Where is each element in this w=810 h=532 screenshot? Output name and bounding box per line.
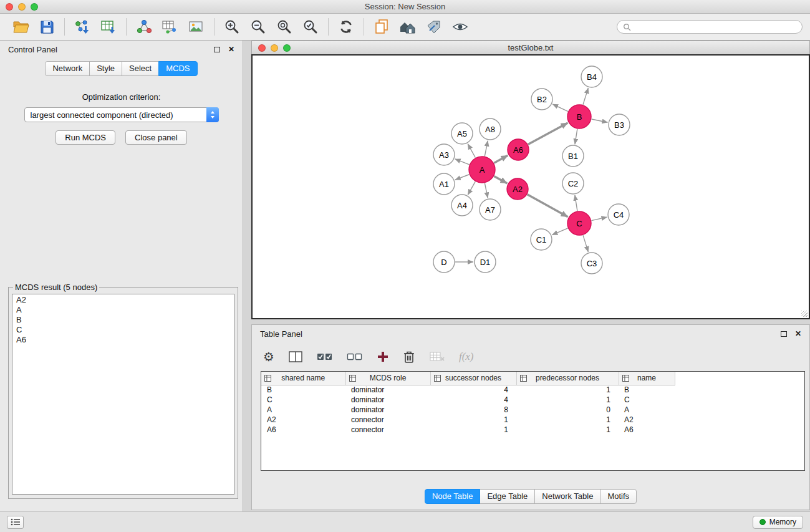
graph-node-A4[interactable]: A4 xyxy=(451,195,473,216)
control-tab-select[interactable]: Select xyxy=(122,61,159,76)
network-button[interactable] xyxy=(131,16,157,38)
mcds-result-item[interactable]: A2 xyxy=(12,295,234,305)
graph-edge-A2-C[interactable] xyxy=(528,195,568,217)
close-view-button[interactable] xyxy=(258,44,266,52)
zoom-fit-button[interactable] xyxy=(271,16,297,38)
graph-node-C3[interactable]: C3 xyxy=(581,253,602,274)
optimization-criterion-select[interactable]: largest connected component (directed) xyxy=(24,107,219,122)
zoom-view-button[interactable] xyxy=(283,44,291,52)
float-table-panel-button[interactable] xyxy=(781,331,787,337)
graph-node-C4[interactable]: C4 xyxy=(608,204,629,225)
close-table-panel-icon[interactable]: ✕ xyxy=(795,330,801,337)
graph-node-A1[interactable]: A1 xyxy=(433,173,455,195)
graph-edge-A-A5[interactable] xyxy=(468,144,475,158)
mcds-result-list[interactable]: A2ABCA6 xyxy=(12,294,234,495)
graph-node-C2[interactable]: C2 xyxy=(562,173,584,194)
column-header-name[interactable]: name xyxy=(619,372,675,385)
mcds-result-item[interactable]: C xyxy=(12,325,234,335)
table-row[interactable]: A2connector11A2 xyxy=(261,415,804,425)
graph-edge-A-A2[interactable] xyxy=(494,177,507,183)
graph-node-D[interactable]: D xyxy=(433,251,455,273)
table-row[interactable]: Cdominator41C xyxy=(261,395,804,405)
mcds-result-item[interactable]: B xyxy=(12,315,234,325)
graph-node-C[interactable]: C xyxy=(567,211,591,235)
table-row[interactable]: A6connector11A6 xyxy=(261,425,804,435)
delete-row-button[interactable] xyxy=(403,350,415,364)
table-tab-motifs[interactable]: Motifs xyxy=(600,489,637,504)
copy-button[interactable] xyxy=(369,16,395,38)
graph-node-D1[interactable]: D1 xyxy=(475,251,496,273)
table-tab-network-table[interactable]: Network Table xyxy=(534,489,600,504)
zoom-out-button[interactable] xyxy=(245,16,271,38)
network-table-button[interactable] xyxy=(157,16,183,38)
select-all-button[interactable] xyxy=(317,351,333,362)
table-row[interactable]: Adominator80A xyxy=(261,405,804,415)
graph-edge-C-C3[interactable] xyxy=(583,235,588,252)
network-canvas-svg[interactable]: B4B2BB3A5A8A6A3B1AC2A1A2A4A7C4CC1C3DD1 xyxy=(253,56,809,318)
graph-edge-B-B3[interactable] xyxy=(592,119,608,122)
mcds-result-item[interactable]: A xyxy=(12,305,234,315)
table-settings-button[interactable]: ⚙ xyxy=(263,351,274,363)
graph-node-B3[interactable]: B3 xyxy=(609,114,630,135)
graph-edge-A-A7[interactable] xyxy=(485,183,488,198)
graph-node-A5[interactable]: A5 xyxy=(451,123,473,144)
graph-node-A3[interactable]: A3 xyxy=(433,144,455,165)
task-history-button[interactable] xyxy=(7,516,24,529)
show-column-button[interactable] xyxy=(288,350,303,364)
graph-edge-B-B2[interactable] xyxy=(552,104,568,112)
add-row-button[interactable] xyxy=(377,351,389,363)
graph-edge-A-A4[interactable] xyxy=(468,181,475,195)
first-neighbors-button[interactable] xyxy=(395,16,421,38)
close-panel-icon[interactable]: ✕ xyxy=(228,46,234,53)
close-window-button[interactable] xyxy=(6,3,13,11)
run-mcds-button[interactable]: Run MCDS xyxy=(55,130,115,145)
resize-handle[interactable] xyxy=(801,311,808,317)
network-image-button[interactable] xyxy=(183,16,210,38)
mcds-result-item[interactable]: A6 xyxy=(12,335,234,345)
open-session-button[interactable] xyxy=(7,16,34,38)
zoom-in-button[interactable] xyxy=(219,16,245,38)
graph-node-A6[interactable]: A6 xyxy=(508,139,529,160)
graph-node-B2[interactable]: B2 xyxy=(531,89,552,110)
table-tab-edge-table[interactable]: Edge Table xyxy=(480,489,535,504)
search-input[interactable] xyxy=(634,22,796,31)
graph-node-C1[interactable]: C1 xyxy=(531,229,552,250)
graph-node-B[interactable]: B xyxy=(567,105,591,128)
save-session-button[interactable] xyxy=(34,16,60,38)
table-tab-node-table[interactable]: Node Table xyxy=(425,489,481,504)
table-row[interactable]: Bdominator41B xyxy=(261,385,804,395)
column-header-shared-name[interactable]: shared name xyxy=(261,372,345,385)
graph-node-A2[interactable]: A2 xyxy=(507,178,528,200)
minimize-window-button[interactable] xyxy=(18,3,26,11)
control-tab-network[interactable]: Network xyxy=(45,61,90,76)
annotation-button[interactable] xyxy=(421,16,447,38)
zoom-selected-button[interactable] xyxy=(297,16,324,38)
network-window-titlebar[interactable]: testGlobe.txt xyxy=(251,41,810,54)
eye-button[interactable] xyxy=(447,16,473,38)
import-table-button[interactable] xyxy=(95,16,122,38)
graph-edge-C-C2[interactable] xyxy=(575,195,577,211)
column-header-predecessor-nodes[interactable]: predecessor nodes xyxy=(516,372,619,385)
graph-edge-B-B4[interactable] xyxy=(583,88,588,105)
graph-node-B1[interactable]: B1 xyxy=(562,145,584,167)
graph-edge-B-B1[interactable] xyxy=(575,129,577,144)
minimize-view-button[interactable] xyxy=(271,44,278,52)
combo-stepper-icon[interactable] xyxy=(206,107,219,122)
graph-node-A8[interactable]: A8 xyxy=(480,118,501,140)
graph-edge-C-C4[interactable] xyxy=(592,217,607,221)
graph-edge-A6-B[interactable] xyxy=(528,123,568,144)
graph-node-A[interactable]: A xyxy=(469,157,495,183)
column-header-MCDS-role[interactable]: MCDS role xyxy=(345,372,430,385)
import-network-button[interactable] xyxy=(69,16,95,38)
graph-node-B4[interactable]: B4 xyxy=(581,66,602,87)
control-tab-mcds[interactable]: MCDS xyxy=(158,61,197,76)
graph-edge-A-A1[interactable] xyxy=(455,175,470,180)
graph-edge-A-A6[interactable] xyxy=(494,155,508,163)
deselect-all-button[interactable] xyxy=(347,351,363,362)
zoom-window-button[interactable] xyxy=(31,3,38,11)
float-panel-button[interactable] xyxy=(214,47,220,52)
control-tab-style[interactable]: Style xyxy=(89,61,122,76)
graph-node-A7[interactable]: A7 xyxy=(480,199,501,220)
refresh-layout-button[interactable] xyxy=(333,16,359,38)
close-panel-button[interactable]: Close panel xyxy=(125,130,187,145)
